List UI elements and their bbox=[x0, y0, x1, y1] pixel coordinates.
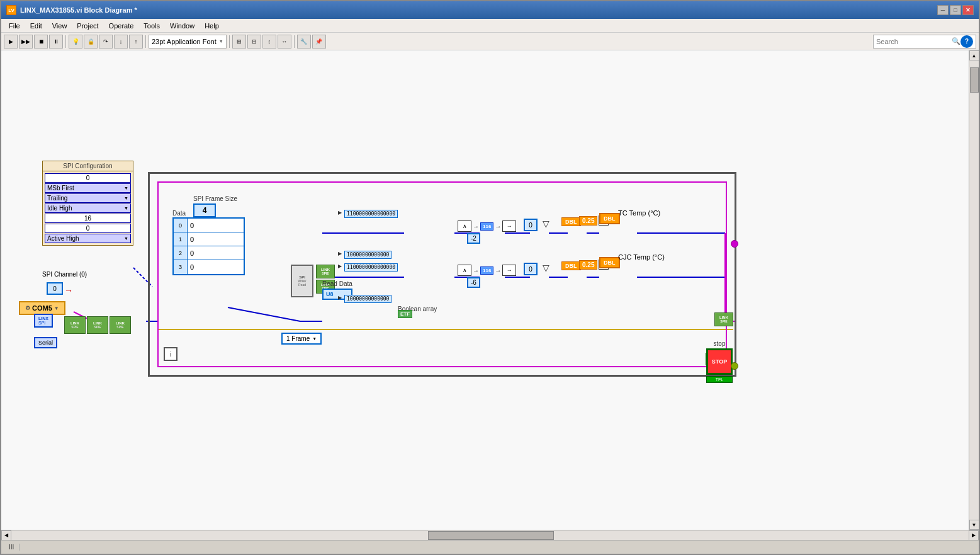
search-input[interactable] bbox=[876, 38, 952, 45]
spi-write-node[interactable]: SPI Write/ Read bbox=[291, 265, 313, 297]
loop-terminal-bottom bbox=[731, 362, 738, 370]
menu-help[interactable]: Help bbox=[200, 21, 224, 31]
scroll-track-horizontal[interactable] bbox=[11, 530, 969, 540]
zero1-container: 0 bbox=[524, 219, 538, 231]
canvas[interactable]: SPI Configuration 0 MSb First Trailing I… bbox=[1, 50, 969, 530]
menu-view[interactable]: View bbox=[47, 21, 72, 31]
scroll-thumb-horizontal[interactable] bbox=[428, 531, 554, 540]
menu-edit[interactable]: Edit bbox=[25, 21, 47, 31]
spi-channel-num[interactable]: 0 bbox=[47, 282, 63, 295]
spi-field-value16[interactable]: 16 bbox=[45, 214, 131, 223]
close-button[interactable]: ✕ bbox=[962, 5, 974, 15]
dbl-bottom-container: DBL bbox=[561, 261, 581, 270]
search-button[interactable]: 🔍 bbox=[952, 37, 960, 45]
upper-and-chain: ∧ → 116 → → bbox=[458, 220, 516, 232]
data-array[interactable]: 0 0 1 0 2 0 bbox=[172, 217, 245, 275]
titlebar: LV LINX_MAX31855.vi Block Diagram * ─ □ … bbox=[1, 1, 979, 19]
zero1-const[interactable]: 0 bbox=[524, 219, 538, 231]
align-btn[interactable]: ⊞ bbox=[232, 35, 246, 49]
link-node-2[interactable]: LINK SPIE bbox=[87, 316, 108, 334]
spi-channel-label: SPI Channel (0) bbox=[42, 271, 87, 278]
reorder-btn[interactable]: ↔ bbox=[278, 35, 291, 49]
scroll-track-vertical[interactable] bbox=[969, 60, 979, 520]
spi-field-value0b[interactable]: 0 bbox=[45, 224, 131, 233]
const025-bottom[interactable]: 0.25 bbox=[579, 260, 597, 270]
font-dropdown[interactable]: 23pt Application Font bbox=[149, 35, 227, 49]
zero2-const[interactable]: 0 bbox=[524, 263, 538, 275]
link-node-3-sublabel: SPIE bbox=[116, 325, 123, 329]
linx-label: LINX bbox=[38, 316, 48, 321]
block-diagram: SPI Configuration 0 MSb First Trailing I… bbox=[1, 50, 969, 530]
spi-field-value0[interactable]: 0 bbox=[45, 173, 131, 183]
scrollbar-vertical[interactable]: ▲ ▼ bbox=[969, 50, 979, 530]
distribute-btn[interactable]: ⊟ bbox=[247, 35, 261, 49]
search-box: 🔍 ? bbox=[873, 35, 976, 49]
highlight-btn[interactable]: 💡 bbox=[69, 35, 82, 49]
step-into-btn[interactable]: ↓ bbox=[114, 35, 128, 49]
neg2-const[interactable]: -2 bbox=[467, 233, 480, 244]
spi-msb-label: MSb First bbox=[47, 185, 74, 192]
help-button[interactable]: ? bbox=[960, 35, 973, 48]
neg6-const[interactable]: -6 bbox=[467, 277, 480, 288]
menu-operate[interactable]: Operate bbox=[104, 21, 139, 31]
spi-channel-value: 0 bbox=[47, 282, 63, 295]
data-val-1: 0 bbox=[190, 236, 194, 243]
maximize-button[interactable]: □ bbox=[950, 5, 961, 15]
com5-block[interactable]: ⚙ COM5 ▼ bbox=[19, 301, 65, 315]
spi-config-body: 0 MSb First Trailing Idle High 16 0 bbox=[43, 171, 133, 245]
scroll-up-button[interactable]: ▲ bbox=[969, 50, 979, 60]
binary-val-3: 1100000000000000 bbox=[344, 263, 398, 272]
binary-val-2: 10000000000000 bbox=[344, 251, 391, 259]
etf-block-container: ETF bbox=[398, 310, 412, 318]
menu-file[interactable]: File bbox=[4, 21, 25, 31]
spi-field-trailing[interactable]: Trailing bbox=[45, 193, 131, 203]
retain-btn[interactable]: 🔒 bbox=[84, 35, 98, 49]
link-out-1-sublabel: SPIE bbox=[322, 272, 329, 275]
link-node-3[interactable]: LINK SPIE bbox=[110, 316, 131, 334]
step-over-btn[interactable]: ↷ bbox=[99, 35, 113, 49]
link-node-1[interactable]: LINK SPIE bbox=[64, 316, 86, 334]
spi-field-msb[interactable]: MSb First bbox=[45, 183, 131, 193]
frame-dropdown-arrow: ▼ bbox=[312, 336, 317, 341]
sep2 bbox=[145, 35, 146, 48]
spi-frame-title: SPI Frame Size bbox=[193, 195, 237, 202]
scroll-right-button[interactable]: ▶ bbox=[969, 530, 979, 541]
run-continuously-btn[interactable]: ▶▶ bbox=[19, 35, 33, 49]
dbl-block-bottom: DBL bbox=[561, 261, 581, 270]
titlebar-left: LV LINX_MAX31855.vi Block Diagram * bbox=[6, 5, 137, 15]
link-out-1[interactable]: LINK SPIE bbox=[316, 265, 335, 278]
menu-project[interactable]: Project bbox=[72, 21, 103, 31]
spi-field-active-high[interactable]: Active High bbox=[45, 234, 131, 243]
snap-btn[interactable]: 📌 bbox=[312, 35, 326, 49]
data-row-2: 2 0 bbox=[174, 246, 244, 260]
const025-top[interactable]: 0.25 bbox=[579, 216, 597, 226]
scroll-left-button[interactable]: ◀ bbox=[1, 530, 11, 541]
minimize-button[interactable]: ─ bbox=[937, 5, 949, 15]
scroll-down-button[interactable]: ▼ bbox=[969, 520, 979, 530]
serial-block[interactable]: Serial bbox=[34, 337, 57, 348]
link-exit-sublabel: SPIE bbox=[720, 319, 727, 323]
link-exit-node[interactable]: LINK SPIE bbox=[714, 312, 733, 326]
pause-btn[interactable]: ⏸ bbox=[49, 35, 63, 49]
data-row-0: 0 0 bbox=[174, 219, 244, 232]
run-btn[interactable]: ▶ bbox=[4, 35, 18, 49]
data-row-1: 1 0 bbox=[174, 232, 244, 246]
arrow-4: → bbox=[495, 267, 501, 274]
frame-dropdown[interactable]: 1 Frame ▼ bbox=[281, 333, 322, 345]
scrollbar-horizontal[interactable]: ◀ ▶ bbox=[1, 530, 979, 540]
linx-block[interactable]: LINX SPI bbox=[34, 314, 53, 328]
dbl-block-top: DBL bbox=[561, 217, 581, 226]
resize-btn[interactable]: ↕ bbox=[262, 35, 276, 49]
spi-field-idle[interactable]: Idle High bbox=[45, 203, 131, 213]
scroll-thumb-vertical[interactable] bbox=[970, 67, 979, 93]
link-nodes: LINK SPIE LINK SPIE LINK SPIE bbox=[64, 316, 131, 334]
abort-btn[interactable]: ⏹ bbox=[34, 35, 48, 49]
step-out-btn[interactable]: ↑ bbox=[129, 35, 143, 49]
spi-config-title: SPI Configuration bbox=[43, 161, 133, 171]
stop-button[interactable]: STOP bbox=[706, 348, 733, 375]
while-loop-outer[interactable]: SPI Frame Size 4 Data 0 0 bbox=[148, 172, 736, 377]
clean-btn[interactable]: 🔧 bbox=[297, 35, 311, 49]
output-indicator-top: DBL bbox=[599, 213, 620, 224]
menu-window[interactable]: Window bbox=[165, 21, 200, 31]
menu-tools[interactable]: Tools bbox=[138, 21, 165, 31]
